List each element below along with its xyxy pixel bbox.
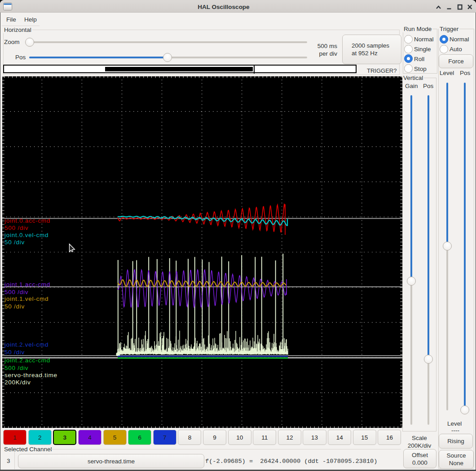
svg-text:50 /div: 50 /div <box>4 239 25 246</box>
svg-text:50 /div: 50 /div <box>4 349 25 356</box>
svg-text:500 /div: 500 /div <box>4 289 28 295</box>
svg-text:joint.1.vel-cmd: joint.1.vel-cmd <box>4 295 48 302</box>
svg-text:joint.0.vel-cmd: joint.0.vel-cmd <box>4 232 48 238</box>
svg-text:joint.1.acc-cmd: joint.1.acc-cmd <box>4 281 50 288</box>
svg-text:joint.2.vel-cmd: joint.2.vel-cmd <box>4 341 48 348</box>
svg-text:50 /div: 50 /div <box>4 303 25 310</box>
svg-text:500 /div: 500 /div <box>4 365 28 371</box>
svg-text:joint.2.acc-cmd: joint.2.acc-cmd <box>4 357 50 364</box>
svg-text:200K/div: 200K/div <box>4 379 31 386</box>
svg-text:servo-thread.time: servo-thread.time <box>4 372 57 379</box>
svg-text:joint.0.acc-cmd: joint.0.acc-cmd <box>4 217 50 224</box>
svg-text:500 /div: 500 /div <box>4 224 28 231</box>
